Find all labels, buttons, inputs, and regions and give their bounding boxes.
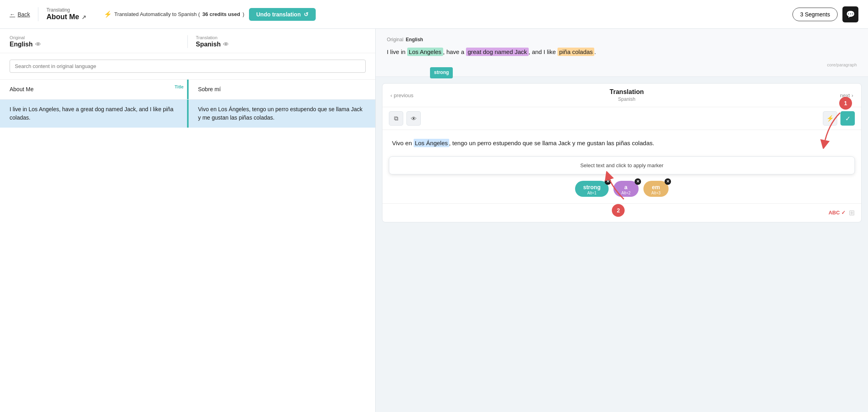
table-row: I live in Los Angeles, have a great dog … [0, 99, 375, 128]
editor-lang: Spanish [413, 96, 840, 102]
close-icon[interactable]: ✕ [665, 178, 671, 185]
translation-editor: ‹ previous Translation Spanish next › ⧉ [382, 83, 862, 222]
translation-visibility-icon[interactable]: 👁 [223, 41, 229, 48]
core-paragraph-label: core/paragraph [827, 61, 857, 69]
search-input[interactable] [10, 60, 366, 73]
editor-highlight-los-angeles: Los Ángeles [414, 139, 449, 147]
segment-title-tag: Title [175, 84, 183, 90]
original-label: Original [10, 35, 179, 40]
segments-list: About Me Title Sobre mí I live in Los An… [0, 79, 375, 128]
back-arrow-icon: ← [10, 11, 15, 18]
page-title: About Me ↗ [46, 13, 86, 21]
marker-tag-a-label: a [624, 184, 627, 190]
marker-tag-em-label: em [652, 184, 660, 190]
segments-button[interactable]: 3 Segments [792, 8, 838, 21]
segment-original[interactable]: About Me Title [0, 80, 187, 99]
header-title-section: Translating About Me ↗ [38, 7, 86, 21]
bolt-action-icon: ⚡ [826, 115, 834, 122]
original-visibility-icon[interactable]: 👁 [35, 41, 41, 48]
marker-tag-em[interactable]: ✕ em Alt+3 [643, 181, 669, 197]
original-language-name: English 👁 [10, 41, 179, 48]
auto-translated-text: Translated Automatically to Spanish ( [114, 11, 200, 17]
auto-translate-button[interactable]: ⚡ [823, 111, 837, 126]
chat-icon: 💬 [846, 10, 855, 19]
lang-divider [187, 35, 188, 48]
undo-translation-button[interactable]: Undo translation ↺ [249, 8, 316, 21]
bolt-icon: ⚡ [104, 10, 112, 18]
editor-header: ‹ previous Translation Spanish next › [382, 84, 861, 107]
original-lang-col: Original English 👁 [10, 35, 179, 48]
back-label: Back [18, 11, 30, 18]
marker-tag-strong-shortcut: Alt+1 [587, 191, 596, 195]
back-button[interactable]: ← Back [10, 11, 30, 18]
header-center: ⚡ Translated Automatically to Spanish (3… [94, 8, 784, 21]
main-layout: Original English 👁 Translation Spanish 👁 [0, 29, 868, 412]
marker-tag-strong-label: strong [583, 184, 601, 190]
prev-icon: ‹ [390, 92, 392, 98]
strong-tooltip: strong [430, 67, 453, 78]
translating-label: Translating [46, 7, 86, 13]
marker-tag-strong[interactable]: ✕ strong Alt+1 [575, 181, 609, 197]
right-panel: Original English I live in Los Angeles, … [376, 29, 868, 412]
step-2-bubble: 2 [612, 204, 625, 217]
external-link-icon[interactable]: ↗ [82, 14, 86, 20]
translation-language-name: Spanish 👁 [196, 41, 366, 48]
highlight-los-angeles: Los Angeles [407, 48, 443, 56]
grid-icon: ⊞ [849, 208, 855, 217]
language-headers: Original English 👁 Translation Spanish 👁 [0, 29, 375, 53]
editor-content[interactable]: Vivo en Los Ángeles, tengo un perro estu… [382, 130, 861, 156]
marker-tooltip: Select text and click to apply marker [389, 156, 855, 174]
table-row: About Me Title Sobre mí [0, 79, 375, 99]
highlight-pina-coladas: piña coladas [557, 48, 594, 56]
editor-title: Translation [413, 88, 840, 96]
segment-translation[interactable]: Sobre mí [189, 80, 376, 99]
editor-title-center: Translation Spanish [413, 88, 840, 102]
check-icon: ✓ [845, 115, 850, 122]
spell-check-icon: ABC ✓ [828, 210, 846, 216]
marker-tag-em-shortcut: Alt+3 [651, 191, 661, 195]
header: ← Back Translating About Me ↗ ⚡ Translat… [0, 0, 868, 29]
translation-label: Translation [196, 35, 366, 40]
editor-toolbar: ⧉ 👁 ⚡ ✓ [382, 107, 861, 130]
next-icon: › [852, 92, 853, 98]
close-icon[interactable]: ✕ [605, 178, 611, 185]
undo-icon: ↺ [304, 11, 309, 18]
credits-text: 36 credits used [202, 11, 240, 17]
copy-button[interactable]: ⧉ [389, 111, 403, 126]
marker-tags-row: ✕ strong Alt+1 ✕ a Alt+2 ✕ em Alt+3 [382, 178, 861, 203]
hide-icon: 👁 [411, 115, 417, 122]
auto-translated-badge: ⚡ Translated Automatically to Spanish (3… [104, 10, 244, 18]
close-icon[interactable]: ✕ [635, 178, 641, 185]
marker-tag-a[interactable]: ✕ a Alt+2 [613, 181, 639, 197]
original-lang-label: Original English [387, 37, 857, 42]
step-1-bubble: 1 [839, 97, 852, 110]
left-panel: Original English 👁 Translation Spanish 👁 [0, 29, 376, 412]
hide-button[interactable]: 👁 [406, 111, 421, 126]
header-right: 3 Segments 💬 [792, 6, 858, 22]
search-area [0, 53, 375, 79]
preview-text: I live in Los Angeles, have a great dog … [387, 46, 857, 67]
original-preview: Original English I live in Los Angeles, … [376, 29, 868, 77]
segment-translation-selected[interactable]: Vivo en Los Ángeles, tengo un perro estu… [189, 100, 376, 128]
translation-lang-col: Translation Spanish 👁 [196, 35, 366, 48]
copy-icon: ⧉ [394, 115, 398, 122]
segment-original-selected[interactable]: I live in Los Angeles, have a great dog … [0, 100, 187, 128]
chat-button[interactable]: 💬 [842, 6, 858, 22]
confirm-button[interactable]: ✓ [840, 111, 855, 126]
marker-tag-a-shortcut: Alt+2 [621, 191, 631, 195]
highlight-great-dog: great dog named Jack [466, 48, 528, 56]
prev-button[interactable]: ‹ previous [390, 92, 413, 98]
